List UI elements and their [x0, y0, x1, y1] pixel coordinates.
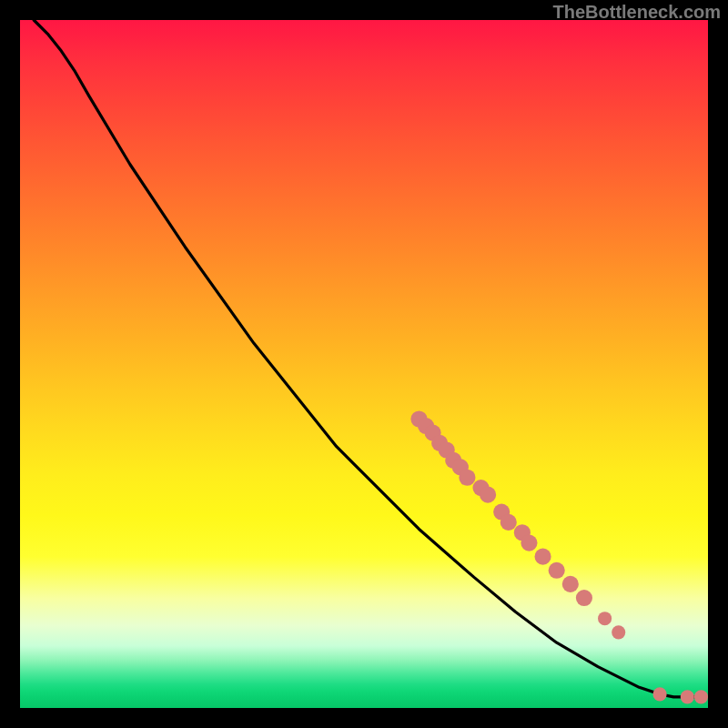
data-point: [549, 562, 565, 579]
data-point: [459, 470, 475, 486]
data-point: [694, 690, 708, 703]
data-point: [612, 625, 625, 639]
data-points-group: [410, 410, 708, 703]
watermark-text: TheBottleneck.com: [553, 2, 721, 23]
data-point: [534, 549, 551, 565]
data-point: [500, 514, 517, 531]
chart-overlay: [20, 20, 708, 708]
data-point: [576, 590, 592, 606]
data-point: [681, 690, 694, 703]
data-point: [521, 534, 537, 551]
data-point: [562, 576, 579, 592]
data-point: [598, 612, 612, 625]
data-point: [480, 487, 496, 503]
chart-stage: TheBottleneck.com: [0, 0, 728, 728]
main-curve: [34, 20, 701, 697]
data-point: [653, 687, 667, 701]
